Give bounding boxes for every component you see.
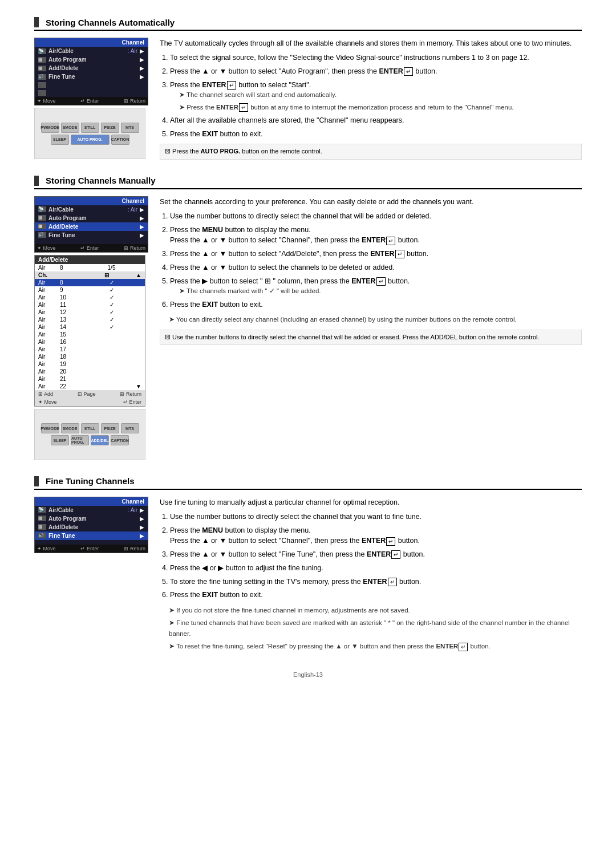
sleep-btn-m: SLEEP [51,435,69,445]
step-fine-2: Press the MENU button to display the men… [170,525,582,547]
sleep-btn-auto: SLEEP [51,135,69,145]
caption-btn-auto: CAPTION [111,135,129,145]
grid-icon-fine-1: ▦ [38,516,46,521]
tv-menu-manual: Channel 📡 Air/Cable : Air ▶ ▦ Auto Progr… [34,196,148,253]
step-fine-4: Press the ◀ or ▶ button to adjust the fi… [170,563,582,574]
section-title-manual: Storing Channels Manually [34,176,582,189]
remote-buttons-auto: PWMODE SMODE STILL PSIZE MTS SLEEP AUTO … [35,119,145,148]
tv-menu-item-auto-3: 🔊 Fine Tune ▶ [35,72,148,81]
step-auto-4: After all the available channels are sto… [170,115,582,126]
add-delete-row-6: Air 14 ✓ [35,323,145,331]
step-fine-3: Press the ▲ or ▼ button to select "Fine … [170,549,582,560]
note-fine-1: If you do not store the fine-tuned chann… [169,605,582,615]
steps-fine: Use the number buttons to directly selec… [170,512,582,601]
note-manual-5: The channels marked with " ✓ " will be a… [179,286,582,296]
add-delete-panel: Add/Delete Air 8 1/5 Ch. ⊞ ▲ Air 8 ✓ [34,255,145,407]
step-manual-2: Press the MENU button to display the men… [170,225,582,246]
tv-menu-item-manual-1: ▦ Auto Program ▶ [35,214,148,222]
step-manual-1: Use the number buttons to directly selec… [170,211,582,222]
step-auto-1: To select the signal source, follow the … [170,52,582,63]
tv-menu-item-auto-5 [35,89,148,97]
speaker-icon-fine: 🔊 [38,533,46,538]
tv-menu-item-auto-1: ▦ Auto Program ▶ [35,55,148,64]
remote-auto: PWMODE SMODE STILL PSIZE MTS SLEEP AUTO … [34,108,145,159]
step-manual-5: Press the ▶ button to select " ⊞ " colum… [170,276,582,297]
section-storing-auto: Storing Channels Automatically Channel 📡… [34,17,582,160]
page-footer: English-13 [34,671,582,678]
grid-icon-manual-1: ▦ [38,215,46,221]
right-panel-fine: Use fine tuning to manually adjust a par… [160,497,582,654]
step-fine-5: To store the fine tuning setting in the … [170,577,582,587]
add-delete-row-9: Air 17 [35,346,145,353]
tv-menu-footer-auto: ✦ Move ↵ Enter ⊞ Return [35,97,148,105]
note-fine-3: To reset the fine-tuning, select "Reset"… [169,641,582,651]
section-content-auto: Channel 📡 Air/Cable : Air ▶ ▦ Auto Progr… [34,38,582,160]
add-delete-row-12: Air 20 [35,368,145,375]
remote-buttons-manual: PWMODE SMODE STILL PSIZE MTS SLEEP AUTO … [35,420,145,449]
grid-icon-fine-2: ▦ [38,524,46,530]
grid-icon-manual-2: ▦ [38,224,46,229]
still-btn-m: STILL [81,423,99,433]
intro-fine: Use fine tuning to manually adjust a par… [160,497,582,508]
still-btn: STILL [81,123,99,133]
add-delete-row-11: Air 19 [35,360,145,368]
left-panel-manual: Channel 📡 Air/Cable : Air ▶ ▦ Auto Progr… [34,196,148,460]
step-auto-3: Press the ENTER↵ button to select "Start… [170,80,582,112]
tv-menu-footer-fine: ✦ Move ↵ Enter ⊞ Return [35,545,148,553]
intro-auto: The TV automatically cycles through all … [160,38,582,49]
tv-menu-item-auto-4 [35,81,148,89]
section-heading-auto: Storing Channels Automatically [46,18,175,27]
intro-manual: Set the channels according to your prefe… [160,196,582,208]
section-fine-tuning: Fine Tuning Channels Channel 📡 Air/Cable… [34,476,582,654]
section-title-auto: Storing Channels Automatically [34,17,582,31]
tv-menu-item-fine-1: ▦ Auto Program ▶ [35,514,148,523]
note-fine-2: Fine tuned channels that have been saved… [169,618,582,639]
blank-icon-auto-5 [38,90,46,96]
section-content-manual: Channel 📡 Air/Cable : Air ▶ ▦ Auto Progr… [34,196,582,460]
add-delete-header: Add/Delete [35,255,145,264]
tip-auto: Press the AUTO PROG. button on the remot… [160,144,582,160]
left-panel-auto: Channel 📡 Air/Cable : Air ▶ ▦ Auto Progr… [34,38,148,160]
step-manual-3: Press the ▲ or ▼ button to select "Add/D… [170,249,582,259]
add-delete-row-5: Air 13 ✓ [35,316,145,323]
steps-manual: Use the number buttons to directly selec… [170,211,582,310]
note-auto-3a: The channel search will start and end au… [179,90,582,100]
speaker-icon-manual: 🔊 [38,232,46,238]
add-delete-row-13: Air 21 [35,375,145,383]
left-panel-fine: Channel 📡 Air/Cable : Air ▶ ▦ Auto Progr… [34,497,148,654]
add-delete-row-3: Air 11 ✓ [35,301,145,309]
add-delete-footer2: ✦ Move ↵ Enter [35,398,145,406]
tv-menu-item-manual-2: ▦ Add/Delete ▶ [35,222,148,231]
add-delete-top-row: Air 8 1/5 [35,264,145,271]
steps-auto: To select the signal source, follow the … [170,52,582,139]
tv-menu-item-manual-0: 📡 Air/Cable : Air ▶ [35,205,148,214]
right-panel-manual: Set the channels according to your prefe… [160,196,582,460]
antenna-icon-auto: 📡 [38,48,46,54]
tv-menu-item-auto-2: ▦ Add/Delete ▶ [35,64,148,72]
tip-manual: Use the number buttons to directly selec… [160,330,582,346]
add-delete-row-14: Air 22 ▼ [35,383,145,390]
tv-menu-item-fine-3: 🔊 Fine Tune ▶ [35,531,148,540]
step-fine-1: Use the number buttons to directly selec… [170,512,582,522]
section-content-fine: Channel 📡 Air/Cable : Air ▶ ▦ Auto Progr… [34,497,582,654]
mts-btn: MTS [121,123,139,133]
tv-menu-item-fine-0: 📡 Air/Cable : Air ▶ [35,506,148,514]
pwmode-btn: PWMODE [41,123,59,133]
section-title-fine: Fine Tuning Channels [34,476,582,490]
add-delete-row-10: Air 18 [35,353,145,360]
add-delete-row-8: Air 16 [35,338,145,346]
antenna-icon-manual: 📡 [38,206,46,212]
section-heading-fine: Fine Tuning Channels [46,476,135,486]
note-manual-after: You can directly select any channel (inc… [169,314,582,324]
step-fine-6: Press the EXIT button to exit. [170,590,582,601]
pwmode-btn-m: PWMODE [41,423,59,433]
tv-menu-header-manual: Channel [35,197,148,205]
caption-btn-m: CAPTION [111,435,129,445]
tv-menu-header-auto: Channel [35,38,148,47]
grid-icon-auto-2: ▦ [38,66,46,71]
step-manual-4: Press the ▲ or ▼ button to select the ch… [170,262,582,273]
tv-menu-item-fine-2: ▦ Add/Delete ▶ [35,523,148,531]
tv-menu-auto: Channel 📡 Air/Cable : Air ▶ ▦ Auto Progr… [34,38,148,106]
tv-menu-header-fine: Channel [35,497,148,506]
adddel-btn: ADD/DEL [91,435,109,445]
